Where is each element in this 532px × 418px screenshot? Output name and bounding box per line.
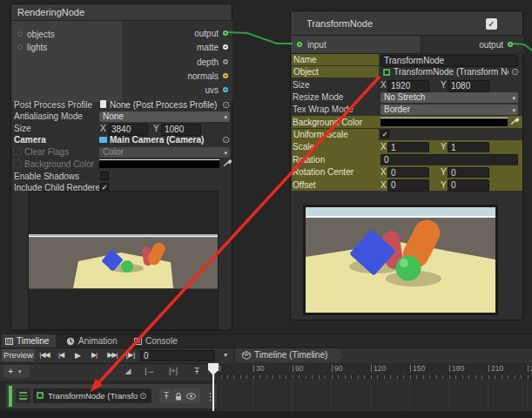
next-frame-button[interactable]: ▶| (87, 349, 101, 361)
tab-animation-label: Animation (78, 334, 117, 348)
tab-animation[interactable]: Animation (63, 334, 122, 348)
port-lights[interactable] (17, 44, 23, 50)
play-button[interactable]: ▶ (71, 349, 84, 361)
transform-node-object-icon (383, 69, 390, 76)
tex-wrap-dropdown[interactable]: Border ▾ (380, 104, 518, 115)
rendered-scene-image (306, 207, 495, 313)
antialiasing-dropdown[interactable]: None ▾ (99, 111, 230, 122)
port-input[interactable] (297, 42, 302, 47)
rotation-center-x-label: X (380, 166, 387, 178)
resize-mode-value: No Stretch (384, 92, 425, 102)
track-object-label: TransformNode (Transform (48, 388, 138, 403)
track-type-icon (16, 388, 30, 403)
play-range-button[interactable]: [▶] (123, 349, 138, 361)
tab-console-label: Console (145, 334, 178, 348)
port-normals[interactable] (223, 73, 228, 78)
prop-label-uniform-scale: Uniform Scale (292, 129, 379, 140)
port-matte[interactable] (223, 44, 228, 50)
offset-y-field[interactable]: 0 (448, 179, 489, 192)
object-picker-icon[interactable]: ⊙ (222, 135, 230, 145)
transform-node-panel[interactable]: TransformNode ✓ input output Name Transf… (290, 10, 523, 320)
port-objects[interactable] (17, 31, 23, 37)
size-x-label: X (380, 79, 387, 91)
eyedropper-icon[interactable] (223, 158, 232, 167)
tab-timeline-label: Timeline (17, 334, 49, 348)
uniform-scale-checkbox[interactable]: ✓ (380, 130, 389, 138)
chevron-down-icon: ▾ (224, 149, 227, 157)
prop-value-camera[interactable]: Main Camera (Camera) (110, 134, 219, 145)
port-uvs[interactable] (223, 87, 228, 92)
track-header[interactable]: TransformNode (Transform ⊙ Ŧ ⋮ (6, 384, 217, 408)
background-color-checkbox[interactable] (13, 159, 22, 168)
curves-view-icon[interactable]: ◢ (120, 365, 136, 378)
port-output-label: output (418, 39, 503, 51)
object-picker-icon[interactable]: ⊙ (222, 100, 230, 110)
clear-flags-checkbox[interactable] (13, 147, 22, 156)
tab-console[interactable]: Console (131, 334, 181, 348)
lock-icon[interactable] (175, 393, 182, 401)
track-lane[interactable] (217, 381, 532, 411)
eye-icon[interactable] (186, 393, 196, 400)
prop-label-clear-flags: Clear Flags (24, 146, 98, 158)
name-field[interactable]: TransformNode (380, 55, 518, 67)
antialiasing-value: None (103, 111, 124, 121)
port-normals-label: normals (133, 71, 219, 82)
rotation-field[interactable]: 0 (380, 154, 518, 166)
timeline-icon (5, 338, 13, 345)
skip-to-end-button[interactable]: ▶▶| (104, 349, 121, 361)
previous-frame-button[interactable]: |◀ (54, 349, 68, 361)
background-color-swatch[interactable] (380, 118, 508, 126)
prop-label-size: Size (293, 79, 378, 91)
ruler-tick-label: 60 (295, 364, 303, 373)
prop-label-name: Name (292, 54, 379, 65)
pin-icon[interactable]: Ŧ (190, 365, 204, 378)
resize-mode-dropdown[interactable]: No Stretch ▾ (380, 92, 518, 103)
port-depth[interactable] (223, 59, 228, 64)
tab-timeline[interactable]: Timeline (2, 334, 56, 348)
prop-label-rotation-center: Rotation Center (293, 166, 378, 178)
object-field[interactable]: TransformNode (Transform Node (394, 66, 508, 78)
timeline-ruler[interactable]: 0 30 60 90 120 150 180 210 240 (213, 363, 532, 381)
node-enabled-checkbox[interactable]: ✓ (486, 18, 497, 30)
prop-label-antialiasing: Antialiasing Mode (14, 111, 98, 122)
rendered-scene-thumbnail (29, 192, 218, 329)
prop-label-object: Object (292, 66, 379, 78)
object-picker-icon[interactable]: ⊙ (511, 67, 519, 77)
size-y-field[interactable]: 1080 (448, 80, 489, 92)
timeline-asset-breadcrumb[interactable]: Timeline (Timeline) (236, 348, 344, 362)
object-picker-icon[interactable]: ⊙ (139, 391, 146, 401)
script-lines-icon (19, 392, 27, 400)
enable-shadows-checkbox[interactable] (100, 172, 109, 180)
eyedropper-icon[interactable] (510, 117, 519, 125)
clip-mix-mode-icon[interactable]: |+| (164, 365, 183, 378)
prop-label-rotation: Rotation (293, 154, 378, 165)
clear-flags-dropdown[interactable]: Color ▾ (99, 147, 230, 158)
rendering-node-title[interactable]: RenderingNode (11, 4, 232, 21)
pin-icon[interactable]: Ŧ (164, 388, 169, 403)
size-x-field[interactable]: 1920 (387, 80, 429, 92)
camera-icon (99, 137, 107, 143)
offset-y-label: Y (441, 179, 447, 191)
clip-edit-mode-icon[interactable]: |→ (141, 365, 158, 378)
skip-to-start-button[interactable]: |◀◀ (37, 349, 52, 361)
prop-value-post-process[interactable]: None (Post Process Profile) (110, 99, 219, 111)
rendering-node-preview (28, 191, 219, 330)
ruler-tick-label: 210 (491, 364, 503, 373)
prop-label-enable-shadows: Enable Shadows (14, 171, 98, 182)
prop-label-scale: Scale (293, 141, 378, 152)
rendering-node-panel[interactable]: RenderingNode objects lights output matt… (10, 3, 232, 331)
port-output-label: output (133, 28, 219, 39)
frame-number-field[interactable]: 0 (140, 350, 215, 361)
prop-label-resize-mode: Resize Mode (293, 91, 378, 103)
track-object-field[interactable]: TransformNode (Transform ⊙ (33, 388, 152, 403)
chevron-down-icon[interactable]: ▾ (219, 349, 232, 361)
offset-x-field[interactable]: 0 (387, 179, 429, 192)
plus-icon: + (8, 365, 13, 378)
add-track-button[interactable]: + ▾ (3, 365, 30, 378)
port-output[interactable] (223, 30, 228, 36)
preview-toggle-button[interactable]: Preview (2, 349, 35, 361)
console-icon (134, 338, 142, 345)
wire-rendering-to-transform[interactable] (228, 32, 293, 44)
background-color-swatch[interactable] (99, 159, 219, 168)
port-output[interactable] (508, 42, 513, 47)
